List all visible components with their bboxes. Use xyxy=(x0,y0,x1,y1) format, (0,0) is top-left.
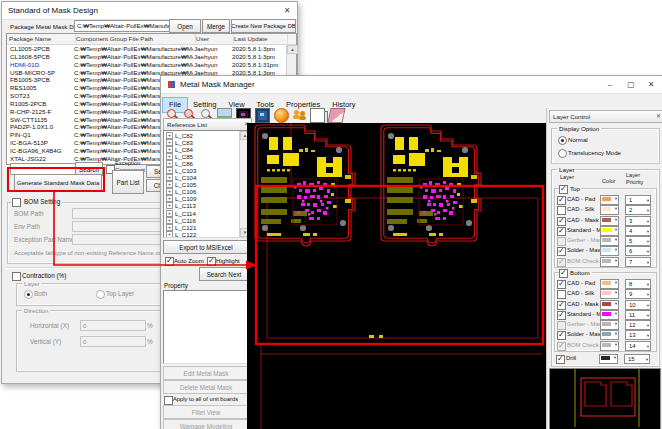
create-new-package-db-button[interactable]: Create New Package DB xyxy=(231,19,296,33)
dialog-titlebar[interactable]: Standard of Mask Design ✕ xyxy=(2,2,297,20)
reference-item[interactable]: +L_C113 xyxy=(164,202,240,209)
package-row[interactable]: HDMI-01DC:₩Temp₩Altair-PollEx₩Manufactur… xyxy=(7,61,287,69)
eraser-icon[interactable] xyxy=(327,108,345,123)
expand-plus-icon[interactable]: + xyxy=(166,167,173,174)
exception-part-name-label: Exception Part Name xyxy=(14,236,74,243)
reference-item[interactable]: +L_C106 xyxy=(164,188,240,195)
expand-plus-icon[interactable]: + xyxy=(166,160,173,167)
close-icon[interactable]: ✕ xyxy=(656,111,661,122)
top-group-checkbox[interactable] xyxy=(559,185,568,194)
apply-all-checkbox[interactable] xyxy=(164,396,173,405)
package-name-cell: CL1005-2PCB xyxy=(10,45,74,53)
layer-priority-dropdown[interactable]: 15▼ xyxy=(624,354,650,364)
property-box[interactable] xyxy=(163,290,249,364)
layer-color-dropdown[interactable]: ▼ xyxy=(600,257,619,267)
reference-item-label: L_C86 xyxy=(175,160,193,167)
col-package-name[interactable]: Package Name xyxy=(7,34,76,44)
layer-priority-dropdown[interactable]: 14▼ xyxy=(625,341,651,351)
package-row[interactable]: CL1608-5PCBC:₩Temp₩Altair-PollEx₩Manufac… xyxy=(7,53,287,61)
bom-setting-checkbox[interactable] xyxy=(12,198,21,207)
layer-visibility-checkbox[interactable] xyxy=(557,258,566,267)
expand-plus-icon[interactable]: + xyxy=(166,174,173,181)
component-group-icon[interactable] xyxy=(293,108,306,121)
expand-plus-icon[interactable]: + xyxy=(166,146,173,153)
radio-both[interactable] xyxy=(24,290,33,299)
overview-thumbnail[interactable] xyxy=(549,368,661,429)
horizontal-input[interactable]: 0 xyxy=(80,320,146,331)
reference-item[interactable]: +L_C121 xyxy=(164,224,240,231)
auto-zoom-label: Auto Zoom xyxy=(174,257,204,264)
reference-list-title: Reference List xyxy=(167,121,207,128)
board-color-view-icon[interactable] xyxy=(255,108,270,123)
close-icon[interactable]: ✕ xyxy=(279,4,295,17)
export-excel-button[interactable]: Export to MS/Excel xyxy=(163,240,249,254)
sphere-view-icon[interactable] xyxy=(274,108,289,123)
vertical-input[interactable]: 0 xyxy=(80,336,146,347)
reference-item[interactable]: +L_C84 xyxy=(164,146,240,153)
layer-visibility-checkbox[interactable] xyxy=(557,342,566,351)
maximize-icon[interactable]: ▢ xyxy=(623,78,639,91)
search-next-button[interactable]: Search Next xyxy=(199,267,249,281)
expand-plus-icon[interactable]: + xyxy=(166,195,173,202)
manager-titlebar[interactable]: Metal Mask Manager – ▢ ✕ xyxy=(161,76,662,94)
open-button[interactable]: Open xyxy=(169,19,201,33)
edit-metal-mask-button[interactable]: Edit Metal Mask xyxy=(163,366,249,380)
radio-translucency[interactable] xyxy=(558,149,567,158)
minimize-icon[interactable]: – xyxy=(602,78,618,91)
package-row[interactable]: CL1005-2PCBC:₩Temp₩Altair-PollEx₩Manufac… xyxy=(7,45,287,53)
package-table-header: Package Name Component Group File Path U… xyxy=(7,34,296,45)
layer-color-dropdown[interactable]: ▼ xyxy=(599,354,618,364)
part-list-button[interactable]: Part List xyxy=(112,170,144,194)
layer-color-swatch xyxy=(602,248,611,252)
col-last-update[interactable]: Last Update xyxy=(232,34,288,44)
expand-plus-icon[interactable]: + xyxy=(166,202,173,209)
reference-item[interactable]: +L_C122 xyxy=(164,231,240,238)
highlight-checkbox[interactable] xyxy=(207,257,216,266)
contraction-checkbox[interactable] xyxy=(12,272,21,281)
reference-item[interactable]: +L_C85 xyxy=(164,153,240,160)
reference-item[interactable]: +L_C114 xyxy=(164,210,240,217)
reference-item[interactable]: +L_C116 xyxy=(164,217,240,224)
delete-metal-mask-button[interactable]: Delete Metal Mask xyxy=(163,380,249,394)
pcb-canvas[interactable] xyxy=(247,123,546,429)
copy-report-icon[interactable] xyxy=(310,108,325,123)
expand-plus-icon[interactable]: + xyxy=(166,139,173,146)
expand-plus-icon[interactable]: + xyxy=(166,231,173,238)
expand-plus-icon[interactable]: + xyxy=(166,153,173,160)
reference-item[interactable]: +L_C86 xyxy=(164,160,240,167)
layer-visibility-checkbox[interactable] xyxy=(556,355,565,364)
reference-item[interactable]: +L_C83 xyxy=(164,139,240,146)
reference-item[interactable]: +L_C109 xyxy=(164,195,240,202)
expand-plus-icon[interactable]: + xyxy=(166,217,173,224)
layer-color-dropdown[interactable]: ▼ xyxy=(600,341,619,351)
expand-plus-icon[interactable]: + xyxy=(166,188,173,195)
expand-plus-icon[interactable]: + xyxy=(166,181,173,188)
bottom-group-checkbox[interactable] xyxy=(559,269,568,278)
col-priority-label-1: Layer xyxy=(626,172,640,178)
close-icon[interactable]: ✕ xyxy=(643,78,659,91)
merge-button[interactable]: Merge xyxy=(202,19,230,33)
expand-plus-icon[interactable]: + xyxy=(166,210,173,217)
expand-plus-icon[interactable]: + xyxy=(166,132,173,139)
expand-plus-icon[interactable]: + xyxy=(166,224,173,231)
apply-all-label: Apply to all of unit boards xyxy=(173,396,238,402)
radio-normal[interactable] xyxy=(558,136,567,145)
layer-control-panel: Layer Control ✕ Display Option Normal Tr… xyxy=(546,108,662,429)
auto-zoom-checkbox[interactable] xyxy=(165,257,174,266)
layer-color-swatch xyxy=(601,356,610,360)
reference-item[interactable]: +L_C82 xyxy=(164,132,240,139)
radio-top-layer[interactable] xyxy=(96,290,105,299)
warpage-modeling-button[interactable]: Warpage Modeling xyxy=(163,419,249,429)
layer-priority-dropdown[interactable]: 7▼ xyxy=(625,257,651,267)
col-file-path[interactable]: Component Group File Path xyxy=(74,34,196,44)
reference-item[interactable]: +L_C103 xyxy=(164,167,240,174)
db-path-field[interactable]: C:₩Temp₩Altair-PollEx₩Manufacture₩Me xyxy=(74,20,170,32)
reference-item[interactable]: +L_C104 xyxy=(164,174,240,181)
property-label: Property xyxy=(164,282,188,289)
col-user[interactable]: User xyxy=(194,34,234,44)
app-icon xyxy=(167,80,176,89)
reference-item[interactable]: +L_C105 xyxy=(164,181,240,188)
fillet-view-button[interactable]: Fillet View xyxy=(163,405,249,419)
generate-standard-mask-data-button[interactable]: Generate Standard Mask Data xyxy=(14,174,102,191)
scroll-up-icon[interactable]: ▲ xyxy=(287,45,298,54)
